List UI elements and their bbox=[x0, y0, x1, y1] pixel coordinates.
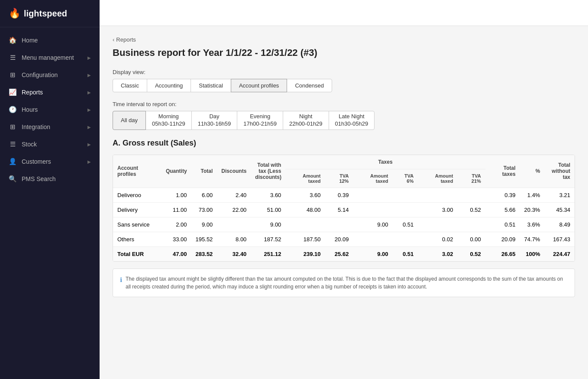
top-bar bbox=[100, 0, 588, 26]
table-cell: 1.00 bbox=[162, 188, 191, 202]
sidebar: 🔥 lightspeed 🏠 Home ☰ Menu management ▶ … bbox=[0, 0, 100, 379]
table-cell: 187.50 bbox=[285, 232, 325, 246]
table-cell bbox=[393, 202, 418, 217]
logo-area: 🔥 lightspeed bbox=[0, 0, 100, 27]
table-cell: Delivery bbox=[113, 202, 162, 217]
table-row: Sans service2.009.009.009.000.510.513.6%… bbox=[113, 217, 575, 232]
gross-result-title: A. Gross result (Sales) bbox=[113, 139, 575, 148]
table-cell: 3.00 bbox=[418, 202, 457, 217]
sidebar-item-label: Customers bbox=[22, 158, 51, 165]
col-header-quantity: Quantity bbox=[162, 155, 191, 188]
sidebar-item-menu-management[interactable]: ☰ Menu management ▶ bbox=[0, 49, 100, 66]
breadcrumb-arrow-icon: ‹ bbox=[113, 36, 114, 43]
table-cell bbox=[353, 232, 392, 246]
tab-evening[interactable]: Evening 17h00-21h59 bbox=[237, 111, 283, 130]
table-cell: 22.00 bbox=[217, 202, 251, 217]
table-cell: 5.66 bbox=[485, 202, 520, 217]
col-header-amount-taxed-12: Amount taxed bbox=[285, 169, 325, 188]
tab-all-day[interactable]: All day bbox=[113, 111, 146, 130]
chevron-right-icon: ▶ bbox=[87, 159, 91, 164]
table-cell: 20.09 bbox=[325, 232, 353, 246]
info-note: ℹ The displayed tax amount might be slig… bbox=[113, 269, 575, 297]
table-cell bbox=[418, 217, 457, 232]
col-header-tva-6: TVA 6% bbox=[393, 169, 418, 188]
sidebar-item-stock[interactable]: ☰ Stock ▶ bbox=[0, 136, 100, 153]
col-header-percent: % bbox=[520, 155, 545, 188]
table-cell: 3.60 bbox=[251, 188, 285, 202]
table-cell: 283.52 bbox=[191, 246, 217, 261]
tab-night[interactable]: Night 22h00-01h29 bbox=[283, 111, 329, 130]
table-cell: 5.14 bbox=[325, 202, 353, 217]
tab-morning[interactable]: Morning 05h30-11h29 bbox=[145, 111, 192, 130]
sidebar-item-label: Stock bbox=[22, 141, 37, 148]
table-cell: 167.43 bbox=[544, 232, 575, 246]
time-interval-label: Time interval to report on: bbox=[113, 101, 575, 107]
col-header-total-with-tax: Total with tax (Less discounts) bbox=[251, 155, 285, 188]
breadcrumb: ‹ Reports bbox=[113, 36, 575, 43]
table-cell: 32.40 bbox=[217, 246, 251, 261]
table-cell: Deliveroo bbox=[113, 188, 162, 202]
sidebar-item-pms-search[interactable]: 🔍 PMS Search bbox=[0, 170, 100, 188]
pms-search-icon: 🔍 bbox=[9, 175, 16, 183]
table-cell: 0.51 bbox=[393, 246, 418, 261]
table-cell: 251.12 bbox=[251, 246, 285, 261]
table-cell: 33.00 bbox=[162, 232, 191, 246]
sidebar-item-configuration[interactable]: ⊞ Configuration ▶ bbox=[0, 66, 100, 84]
reports-icon: 📈 bbox=[9, 88, 16, 96]
table-cell: 3.60 bbox=[285, 188, 325, 202]
table-cell: 9.00 bbox=[191, 217, 217, 232]
logo: 🔥 lightspeed bbox=[9, 8, 91, 19]
tab-condensed[interactable]: Condensed bbox=[287, 79, 332, 92]
hours-icon: 🕐 bbox=[9, 106, 16, 113]
table-cell bbox=[285, 217, 325, 232]
tab-account-profiles[interactable]: Account profiles bbox=[231, 79, 288, 92]
table-row: Delivery11.0073.0022.0051.0048.005.143.0… bbox=[113, 202, 575, 217]
sidebar-item-home[interactable]: 🏠 Home bbox=[0, 32, 100, 49]
tab-late-night[interactable]: Late Night 01h30-05h29 bbox=[329, 111, 375, 130]
col-header-taxes: Taxes bbox=[285, 155, 485, 169]
table-cell bbox=[457, 217, 485, 232]
sidebar-item-hours[interactable]: 🕐 Hours ▶ bbox=[0, 101, 100, 118]
table-cell bbox=[353, 188, 392, 202]
sidebar-item-reports[interactable]: 📈 Reports ▶ bbox=[0, 84, 100, 101]
table-cell: 26.65 bbox=[485, 246, 520, 261]
info-note-text: The displayed tax amount might be slight… bbox=[126, 275, 568, 291]
table-cell bbox=[393, 232, 418, 246]
table-cell: 2.00 bbox=[162, 217, 191, 232]
table-cell: 25.62 bbox=[325, 246, 353, 261]
table-cell bbox=[353, 202, 392, 217]
table-cell: 20.09 bbox=[485, 232, 520, 246]
tab-classic[interactable]: Classic bbox=[113, 79, 147, 92]
tab-statistical[interactable]: Statistical bbox=[191, 79, 231, 92]
table-cell: 47.00 bbox=[162, 246, 191, 261]
table-cell: 9.00 bbox=[251, 217, 285, 232]
table-cell: 45.34 bbox=[544, 202, 575, 217]
table-cell: 8.00 bbox=[217, 232, 251, 246]
table-cell: 195.52 bbox=[191, 232, 217, 246]
breadcrumb-link[interactable]: Reports bbox=[116, 36, 136, 43]
logo-icon: 🔥 bbox=[9, 8, 20, 19]
table-cell: 0.39 bbox=[485, 188, 520, 202]
tab-day[interactable]: Day 11h30-16h59 bbox=[191, 111, 238, 130]
table-cell: 100% bbox=[520, 246, 545, 261]
table-cell: Sans service bbox=[113, 217, 162, 232]
table-cell: 3.6% bbox=[520, 217, 545, 232]
table-cell: 51.00 bbox=[251, 202, 285, 217]
table-cell: Total EUR bbox=[113, 246, 162, 261]
col-header-amount-taxed-6: Amount taxed bbox=[353, 169, 392, 188]
chevron-right-icon: ▶ bbox=[87, 73, 91, 78]
gross-result-table-wrapper: Account profiles Quantity Total Discount… bbox=[113, 155, 575, 262]
chevron-right-icon: ▶ bbox=[87, 142, 91, 147]
table-cell bbox=[457, 188, 485, 202]
table-cell: 3.21 bbox=[544, 188, 575, 202]
tab-accounting[interactable]: Accounting bbox=[147, 79, 191, 92]
table-row: Others33.00195.528.00187.52187.5020.090.… bbox=[113, 232, 575, 246]
sidebar-item-integration[interactable]: ⊞ Integration ▶ bbox=[0, 118, 100, 136]
logo-label: lightspeed bbox=[24, 9, 67, 19]
table-cell: 9.00 bbox=[353, 217, 392, 232]
table-cell: 187.52 bbox=[251, 232, 285, 246]
content-area: ‹ Reports Business report for Year 1/1/2… bbox=[100, 26, 588, 308]
table-cell: 0.51 bbox=[393, 217, 418, 232]
sidebar-item-customers[interactable]: 👤 Customers ▶ bbox=[0, 153, 100, 170]
integration-icon: ⊞ bbox=[9, 123, 16, 131]
